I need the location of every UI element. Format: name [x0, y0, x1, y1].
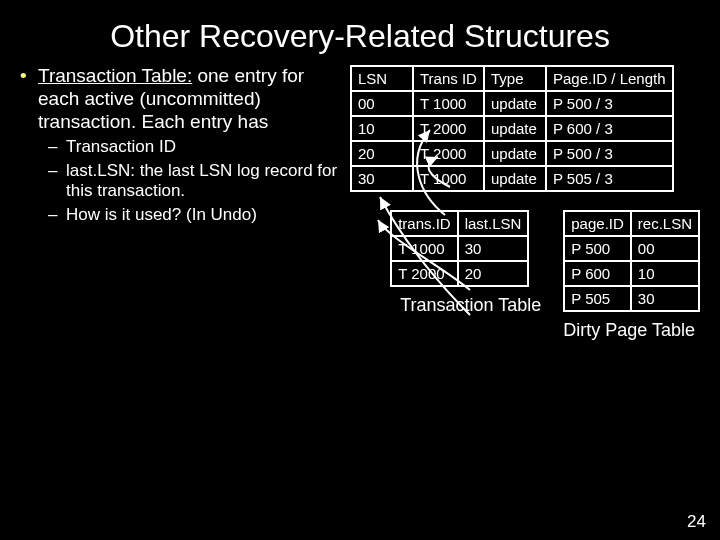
table-row: 30 T 1000 update P 505 / 3: [351, 166, 673, 191]
dirty-page-table-wrap: page.ID rec.LSN P 500 00 P 600 10 P 50: [563, 210, 700, 341]
dirty-page-table-caption: Dirty Page Table: [563, 320, 700, 341]
table-row: P 600 10: [564, 261, 699, 286]
sub-bullet: Transaction ID: [38, 137, 350, 157]
col-type: Type: [484, 66, 546, 91]
sub-bullet: last.LSN: the last LSN log record for th…: [38, 161, 350, 202]
col-transid: Trans ID: [413, 66, 484, 91]
transaction-table-wrap: trans.ID last.LSN T 1000 30 T 2000 20 Tr…: [390, 210, 541, 341]
slide: Other Recovery-Related Structures Transa…: [0, 0, 720, 540]
transaction-table: trans.ID last.LSN T 1000 30 T 2000 20: [390, 210, 529, 287]
table-row: 20 T 2000 update P 500 / 3: [351, 141, 673, 166]
sub-bullet: How is it used? (In Undo): [38, 205, 350, 225]
dirty-page-table: page.ID rec.LSN P 500 00 P 600 10 P 50: [563, 210, 700, 312]
col-lsn: LSN: [351, 66, 413, 91]
table-row: P 505 30: [564, 286, 699, 311]
log-table: LSN Trans ID Type Page.ID / Length 00 T …: [350, 65, 674, 192]
page-number: 24: [687, 512, 706, 532]
table-header-row: page.ID rec.LSN: [564, 211, 699, 236]
bullet-main: Transaction Table: one entry for each ac…: [20, 65, 350, 225]
table-header-row: trans.ID last.LSN: [391, 211, 528, 236]
table-row: 00 T 1000 update P 500 / 3: [351, 91, 673, 116]
table-row: 10 T 2000 update P 600 / 3: [351, 116, 673, 141]
table-header-row: LSN Trans ID Type Page.ID / Length: [351, 66, 673, 91]
bullet-lead: Transaction Table:: [38, 65, 192, 86]
text-column: Transaction Table: one entry for each ac…: [20, 65, 350, 341]
lower-tables: trans.ID last.LSN T 1000 30 T 2000 20 Tr…: [350, 210, 700, 341]
slide-body: Transaction Table: one entry for each ac…: [0, 65, 720, 341]
col-pageid: Page.ID / Length: [546, 66, 673, 91]
table-column: LSN Trans ID Type Page.ID / Length 00 T …: [350, 65, 700, 341]
table-row: P 500 00: [564, 236, 699, 261]
table-row: T 1000 30: [391, 236, 528, 261]
table-row: T 2000 20: [391, 261, 528, 286]
slide-title: Other Recovery-Related Structures: [0, 0, 720, 65]
transaction-table-caption: Transaction Table: [400, 295, 541, 316]
